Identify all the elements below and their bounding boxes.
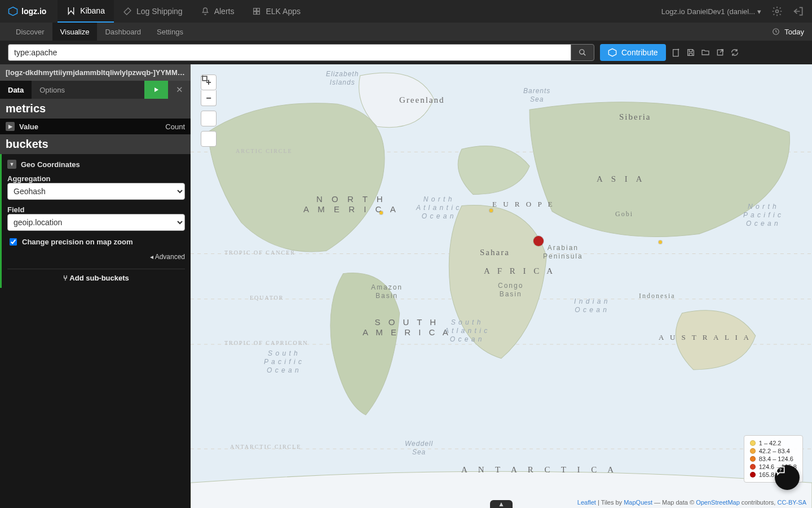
map-marker[interactable]: [489, 209, 493, 212]
share-icon[interactable]: [716, 48, 725, 57]
hex-icon: [608, 48, 617, 57]
map-marker[interactable]: [379, 211, 383, 214]
svg-text:?: ?: [779, 467, 782, 472]
svg-point-3: [580, 50, 584, 54]
fit-bounds-button[interactable]: [201, 111, 217, 126]
map-marker[interactable]: [659, 240, 662, 244]
kibana-icon: [67, 6, 76, 15]
legend-row: 83.4 – 124.6: [750, 455, 797, 463]
legend-dot: [750, 440, 756, 446]
index-pattern-bar[interactable]: [logz-dkdhmyttiiymjdammbltqliwlylpzwqb-]…: [0, 64, 191, 81]
field-select[interactable]: geoip.location: [7, 214, 185, 231]
expand-handle[interactable]: ▲: [490, 500, 513, 508]
legend-dot: [750, 456, 756, 462]
subnav-discover[interactable]: Discover: [8, 23, 52, 41]
search-icon: [579, 49, 586, 56]
nav-item-alerts[interactable]: Alerts: [192, 0, 244, 23]
tab-options[interactable]: Options: [32, 81, 73, 99]
aggregation-label: Aggregation: [7, 174, 185, 183]
metric-row[interactable]: ▶ Value Count: [0, 119, 191, 134]
svg-rect-6: [673, 50, 678, 56]
chevron-down-icon[interactable]: ▼: [7, 160, 16, 169]
workspace: [logz-dkdhmyttiiymjdammbltqliwlylpzwqb-]…: [0, 64, 812, 508]
crop-icon: [201, 75, 209, 82]
geo-coords-label: Geo Coordinates: [21, 160, 80, 169]
help-button[interactable]: ?: [775, 465, 800, 490]
map-marker-big[interactable]: [533, 236, 544, 246]
bucket-body: ▼ Geo Coordinates Aggregation Geohash Fi…: [0, 154, 191, 288]
legend-row: 1 – 42.2: [750, 439, 797, 447]
apps-icon: [252, 7, 261, 16]
precision-checkbox[interactable]: [10, 238, 17, 246]
contribute-button[interactable]: Contribute: [600, 44, 666, 61]
metric-agg-label: Count: [165, 122, 185, 131]
discard-button[interactable]: ✕: [168, 81, 191, 99]
nav-label: Alerts: [214, 7, 235, 16]
legend-dot: [750, 472, 756, 478]
contribute-label: Contribute: [621, 48, 658, 57]
subnav-settings[interactable]: Settings: [149, 23, 191, 41]
settings-gear-icon[interactable]: [771, 6, 783, 17]
chevron-right-icon[interactable]: ▶: [6, 122, 15, 131]
user-menu[interactable]: Logz.io DanielDev1 (daniel... ▾: [661, 7, 761, 16]
new-vis-icon[interactable]: [672, 48, 681, 57]
clock-icon: [772, 28, 780, 36]
open-icon[interactable]: [701, 48, 710, 57]
nav-item-kibana[interactable]: Kibana: [58, 0, 114, 23]
save-icon[interactable]: [686, 48, 695, 57]
editor-tabs: Data Options ✕: [0, 81, 191, 99]
map-attribution: Leaflet | Tiles by MapQuest — Map data ©…: [577, 499, 806, 506]
nav-item-log-shipping[interactable]: Log Shipping: [114, 0, 192, 23]
play-icon: [153, 86, 160, 93]
field-label: Field: [7, 205, 185, 214]
svg-point-1: [776, 10, 779, 13]
add-sub-buckets[interactable]: ⑂ Add sub-buckets: [7, 269, 185, 282]
zoom-out-button[interactable]: −: [201, 90, 217, 106]
bucket-header[interactable]: ▼ Geo Coordinates: [7, 160, 185, 169]
nav-item-elk-apps[interactable]: ELK Apps: [243, 0, 310, 23]
timepicker[interactable]: Today: [784, 28, 804, 36]
svg-marker-0: [9, 7, 17, 16]
advanced-toggle[interactable]: ◂ Advanced: [7, 253, 185, 261]
query-toolbar: Contribute: [0, 41, 812, 64]
subnav-dashboard[interactable]: Dashboard: [97, 23, 149, 41]
osm-link[interactable]: OpenStreetMap: [696, 499, 740, 506]
run-button[interactable]: [144, 81, 168, 99]
brand-logo[interactable]: logz.io: [8, 6, 46, 16]
tab-data[interactable]: Data: [0, 81, 32, 99]
cc-link[interactable]: CC-BY-SA: [777, 499, 806, 506]
search-wrap: [8, 44, 594, 61]
top-nav: logz.io Kibana Log Shipping Alerts ELK A…: [0, 0, 812, 23]
search-button[interactable]: [571, 44, 594, 61]
svg-marker-5: [608, 49, 616, 56]
legend-dot: [750, 448, 756, 454]
caret-down-icon: ▾: [757, 7, 761, 16]
chat-question-icon: ?: [775, 465, 786, 476]
svg-marker-8: [155, 87, 158, 92]
zoom-controls: + −: [201, 75, 217, 147]
user-label: Logz.io DanielDev1 (daniel...: [661, 7, 755, 16]
metrics-header: metrics: [0, 99, 191, 119]
metric-value-label: Value: [19, 122, 38, 131]
subnav-visualize[interactable]: Visualize: [52, 23, 98, 41]
refresh-icon[interactable]: [730, 48, 739, 57]
legend-dot: [750, 464, 756, 470]
tile-map[interactable]: ElizabethIslands Greenland BarentsSea Si…: [191, 64, 812, 508]
aggregation-select[interactable]: Geohash: [7, 183, 185, 200]
map-svg: [191, 64, 812, 508]
query-input[interactable]: [8, 44, 571, 61]
precision-label: Change precision on map zoom: [22, 238, 133, 246]
tools-icon: [123, 7, 132, 16]
precision-checkbox-row[interactable]: Change precision on map zoom: [7, 237, 185, 247]
vis-editor-sidebar: [logz-dkdhmyttiiymjdammbltqliwlylpzwqb-]…: [0, 64, 191, 508]
logout-icon[interactable]: [793, 6, 804, 17]
crop-button[interactable]: [201, 131, 217, 147]
buckets-header: buckets: [0, 134, 191, 154]
brand-text: logz.io: [21, 7, 46, 16]
mapquest-link[interactable]: MapQuest: [624, 499, 652, 506]
leaflet-link[interactable]: Leaflet: [577, 499, 596, 506]
sub-nav: Discover Visualize Dashboard Settings To…: [0, 23, 812, 41]
legend-row: 42.2 – 83.4: [750, 447, 797, 455]
logz-hex-icon: [8, 6, 18, 16]
svg-line-4: [584, 54, 586, 56]
